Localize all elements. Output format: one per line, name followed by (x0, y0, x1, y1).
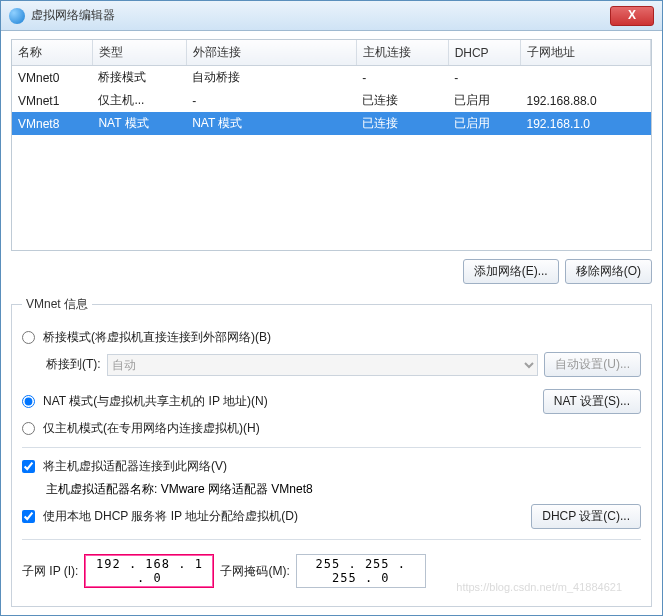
col-ext[interactable]: 外部连接 (186, 40, 356, 66)
bridged-to-select[interactable]: 自动 (107, 354, 539, 376)
cell: VMnet1 (12, 89, 92, 112)
cell (521, 66, 651, 90)
nat-radio[interactable] (22, 395, 35, 408)
cell: - (356, 66, 448, 90)
cell: 仅主机... (92, 89, 186, 112)
cell: 自动桥接 (186, 66, 356, 90)
close-button[interactable]: X (610, 6, 654, 26)
subnet-ip-label: 子网 IP (I): (22, 563, 78, 580)
cell: VMnet8 (12, 112, 92, 135)
host-adapter-name: 主机虚拟适配器名称: VMware 网络适配器 VMnet8 (46, 481, 313, 498)
vmnet-info-group: VMnet 信息 桥接模式(将虚拟机直接连接到外部网络)(B) 桥接到(T): … (11, 296, 652, 607)
host-adapter-checkbox[interactable] (22, 460, 35, 473)
nat-settings-button[interactable]: NAT 设置(S)... (543, 389, 641, 414)
cell: 已启用 (448, 89, 520, 112)
nat-mode-row: NAT 模式(与虚拟机共享主机的 IP 地址)(N) NAT 设置(S)... (22, 389, 641, 414)
table-row-selected[interactable]: VMnet8 NAT 模式 NAT 模式 已连接 已启用 192.168.1.0 (12, 112, 651, 135)
window: 虚拟网络编辑器 X 名称 类型 外部连接 主机连接 DHCP 子网地址 (0, 0, 663, 616)
table-header-row: 名称 类型 外部连接 主机连接 DHCP 子网地址 (12, 40, 651, 66)
dhcp-row: 使用本地 DHCP 服务将 IP 地址分配给虚拟机(D) DHCP 设置(C).… (22, 504, 641, 529)
host-adapter-row: 将主机虚拟适配器连接到此网络(V) (22, 458, 641, 475)
auto-settings-button[interactable]: 自动设置(U)... (544, 352, 641, 377)
app-icon (9, 8, 25, 24)
hostonly-mode-row: 仅主机模式(在专用网络内连接虚拟机)(H) (22, 420, 641, 437)
table-row[interactable]: VMnet1 仅主机... - 已连接 已启用 192.168.88.0 (12, 89, 651, 112)
subnet-mask-input[interactable]: 255 . 255 . 255 . 0 (296, 554, 426, 588)
dhcp-label: 使用本地 DHCP 服务将 IP 地址分配给虚拟机(D) (43, 508, 298, 525)
host-adapter-name-row: 主机虚拟适配器名称: VMware 网络适配器 VMnet8 (46, 481, 641, 498)
hostonly-radio[interactable] (22, 422, 35, 435)
bridged-to-row: 桥接到(T): 自动 自动设置(U)... (46, 352, 641, 377)
hostonly-label: 仅主机模式(在专用网络内连接虚拟机)(H) (43, 420, 260, 437)
bridged-label: 桥接模式(将虚拟机直接连接到外部网络)(B) (43, 329, 271, 346)
col-dhcp[interactable]: DHCP (448, 40, 520, 66)
bridged-radio[interactable] (22, 331, 35, 344)
cell: - (448, 66, 520, 90)
content-area: 名称 类型 外部连接 主机连接 DHCP 子网地址 VMnet0 桥接模式 自动… (1, 31, 662, 616)
bridged-mode-row: 桥接模式(将虚拟机直接连接到外部网络)(B) (22, 329, 641, 346)
add-network-button[interactable]: 添加网络(E)... (463, 259, 559, 284)
remove-network-button[interactable]: 移除网络(O) (565, 259, 652, 284)
subnet-mask-label: 子网掩码(M): (220, 563, 289, 580)
cell: 192.168.1.0 (521, 112, 651, 135)
cell: NAT 模式 (92, 112, 186, 135)
dhcp-checkbox[interactable] (22, 510, 35, 523)
titlebar: 虚拟网络编辑器 X (1, 1, 662, 31)
col-type[interactable]: 类型 (92, 40, 186, 66)
subnet-ip-input[interactable]: 192 . 168 . 1 . 0 (84, 554, 214, 588)
cell: VMnet0 (12, 66, 92, 90)
cell: 已连接 (356, 112, 448, 135)
col-name[interactable]: 名称 (12, 40, 92, 66)
table-actions: 添加网络(E)... 移除网络(O) (11, 259, 652, 284)
cell: 桥接模式 (92, 66, 186, 90)
col-subnet[interactable]: 子网地址 (521, 40, 651, 66)
table-row[interactable]: VMnet0 桥接模式 自动桥接 - - (12, 66, 651, 90)
group-legend: VMnet 信息 (22, 296, 92, 313)
cell: 已启用 (448, 112, 520, 135)
window-title: 虚拟网络编辑器 (31, 7, 610, 24)
network-table[interactable]: 名称 类型 外部连接 主机连接 DHCP 子网地址 VMnet0 桥接模式 自动… (11, 39, 652, 251)
col-host[interactable]: 主机连接 (356, 40, 448, 66)
cell: 已连接 (356, 89, 448, 112)
cell: - (186, 89, 356, 112)
cell: 192.168.88.0 (521, 89, 651, 112)
host-adapter-label: 将主机虚拟适配器连接到此网络(V) (43, 458, 227, 475)
separator (22, 447, 641, 448)
cell: NAT 模式 (186, 112, 356, 135)
nat-label: NAT 模式(与虚拟机共享主机的 IP 地址)(N) (43, 393, 268, 410)
dhcp-settings-button[interactable]: DHCP 设置(C)... (531, 504, 641, 529)
separator (22, 539, 641, 540)
subnet-row: 子网 IP (I): 192 . 168 . 1 . 0 子网掩码(M): 25… (22, 554, 641, 588)
bridged-to-label: 桥接到(T): (46, 356, 101, 373)
